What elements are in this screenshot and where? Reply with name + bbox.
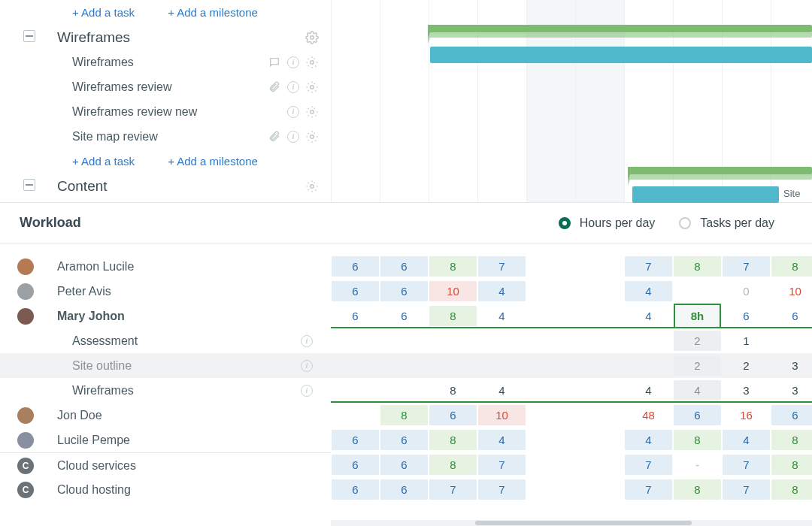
gear-icon[interactable] xyxy=(305,180,319,193)
attachment-icon[interactable] xyxy=(268,80,281,94)
workload-cell[interactable]: 6 xyxy=(380,256,428,277)
workload-cell[interactable]: 8 xyxy=(674,479,721,500)
workload-cell[interactable]: 6 xyxy=(332,430,379,450)
task-group-wireframes[interactable]: Wireframes xyxy=(0,25,331,50)
info-icon[interactable] xyxy=(301,360,313,372)
workload-cell[interactable]: 4 xyxy=(478,380,526,401)
workload-cell[interactable]: 6 xyxy=(380,479,428,500)
workload-subtask-row[interactable]: Wireframes xyxy=(0,378,331,403)
workload-cell[interactable]: 6 xyxy=(380,430,428,450)
workload-cell[interactable]: 6 xyxy=(380,306,428,326)
workload-cell[interactable]: 8 xyxy=(380,405,428,425)
workload-cell[interactable]: 8h xyxy=(674,304,721,328)
collapse-toggle[interactable] xyxy=(23,30,35,42)
info-icon[interactable] xyxy=(287,81,299,93)
task-row[interactable]: Wireframes review xyxy=(0,74,331,99)
task-row[interactable]: Site map review xyxy=(0,124,331,149)
gear-icon[interactable] xyxy=(305,56,319,69)
workload-cell[interactable]: 7 xyxy=(723,455,770,475)
workload-cell[interactable]: 6 xyxy=(332,256,379,277)
gear-icon[interactable] xyxy=(305,105,319,119)
info-icon[interactable] xyxy=(287,131,299,143)
workload-cell[interactable]: 7 xyxy=(429,479,477,500)
scrollbar-thumb[interactable] xyxy=(475,521,692,525)
radio-tasks-per-day[interactable]: Tasks per day xyxy=(679,216,774,230)
workload-cell[interactable]: 8 xyxy=(674,256,721,277)
info-icon[interactable] xyxy=(287,106,299,118)
horizontal-scrollbar[interactable] xyxy=(331,520,812,526)
workload-cell[interactable]: 7 xyxy=(625,455,672,475)
task-row[interactable]: Wireframes review new xyxy=(0,99,331,124)
info-icon[interactable] xyxy=(287,56,299,68)
gantt-timeline[interactable]: Site xyxy=(331,0,812,202)
workload-cell[interactable]: 4 xyxy=(478,281,526,301)
workload-subtask-row[interactable]: Site outline xyxy=(0,353,331,378)
workload-cell[interactable]: 8 xyxy=(429,306,477,326)
workload-subtask-row[interactable]: Assessment xyxy=(0,328,331,353)
workload-cell[interactable]: 48 xyxy=(625,405,672,425)
workload-cell[interactable]: 6 xyxy=(332,281,379,301)
add-task-link[interactable]: + Add a task xyxy=(72,0,135,25)
gear-icon[interactable] xyxy=(305,31,319,44)
workload-cell[interactable]: 8 xyxy=(771,455,812,475)
gantt-summary-bar[interactable] xyxy=(629,167,812,174)
workload-cell[interactable]: 4 xyxy=(478,430,526,450)
workload-cell[interactable]: 10 xyxy=(429,281,477,301)
workload-cell[interactable]: 4 xyxy=(625,306,672,326)
workload-person-row[interactable]: Lucile Pempe xyxy=(0,428,331,452)
add-task-link[interactable]: + Add a task xyxy=(72,149,135,174)
workload-cell[interactable]: 4 xyxy=(625,380,672,401)
workload-cell[interactable]: 7 xyxy=(478,256,526,277)
workload-cell[interactable]: 7 xyxy=(478,455,526,475)
workload-cell[interactable]: 6 xyxy=(429,405,477,425)
workload-cell[interactable]: 8 xyxy=(429,455,477,475)
workload-cell[interactable]: 6 xyxy=(771,405,812,425)
task-row[interactable]: Wireframes xyxy=(0,50,331,74)
workload-cell[interactable]: 8 xyxy=(771,479,812,500)
workload-cell[interactable]: 7 xyxy=(625,479,672,500)
workload-cell[interactable]: 6 xyxy=(723,306,770,326)
workload-cell[interactable]: 6 xyxy=(332,455,379,475)
workload-cell[interactable]: - xyxy=(674,455,721,475)
workload-cell[interactable]: 6 xyxy=(332,479,379,500)
workload-cell[interactable]: 6 xyxy=(380,455,428,475)
workload-cell[interactable]: 4 xyxy=(625,281,672,301)
workload-person-row[interactable]: C Cloud hosting xyxy=(0,477,331,502)
workload-cell[interactable]: 2 xyxy=(723,355,770,376)
workload-cell[interactable]: 8 xyxy=(429,256,477,277)
workload-cell[interactable]: 8 xyxy=(429,380,477,401)
gear-icon[interactable] xyxy=(305,80,319,94)
workload-cell[interactable]: 4 xyxy=(625,430,672,450)
workload-cell[interactable]: 8 xyxy=(771,430,812,450)
info-icon[interactable] xyxy=(301,385,313,397)
comment-icon[interactable] xyxy=(268,56,281,69)
workload-cell[interactable]: 0 xyxy=(723,281,770,301)
workload-cell[interactable]: 8 xyxy=(429,430,477,450)
workload-cell[interactable]: 6 xyxy=(674,405,721,425)
workload-cell[interactable]: 3 xyxy=(723,380,770,401)
attachment-icon[interactable] xyxy=(268,130,281,144)
workload-cell[interactable]: 3 xyxy=(771,355,812,376)
task-group-content[interactable]: Content xyxy=(0,174,331,198)
workload-cell[interactable]: 7 xyxy=(723,479,770,500)
workload-cell[interactable]: 10 xyxy=(771,281,812,301)
workload-cell[interactable]: 6 xyxy=(771,306,812,326)
workload-person-row[interactable]: Mary Johon xyxy=(0,304,331,328)
workload-cell[interactable]: 2 xyxy=(674,355,721,376)
workload-person-row[interactable]: Jon Doe xyxy=(0,403,331,428)
info-icon[interactable] xyxy=(301,335,313,347)
workload-cell[interactable]: 6 xyxy=(380,281,428,301)
workload-cell[interactable]: 8 xyxy=(771,256,812,277)
workload-cell[interactable]: 4 xyxy=(674,380,721,401)
add-milestone-link[interactable]: + Add a milestone xyxy=(168,0,258,25)
gantt-task-bar[interactable] xyxy=(430,47,812,63)
collapse-toggle[interactable] xyxy=(23,179,35,191)
gear-icon[interactable] xyxy=(305,130,319,144)
add-milestone-link[interactable]: + Add a milestone xyxy=(168,149,258,174)
workload-person-row[interactable]: C Cloud services xyxy=(0,452,331,477)
radio-hours-per-day[interactable]: Hours per day xyxy=(559,216,656,230)
workload-person-row[interactable]: Peter Avis xyxy=(0,279,331,304)
workload-cell[interactable]: 7 xyxy=(723,256,770,277)
workload-cell[interactable]: 6 xyxy=(332,306,379,326)
workload-cell[interactable]: 7 xyxy=(478,479,526,500)
